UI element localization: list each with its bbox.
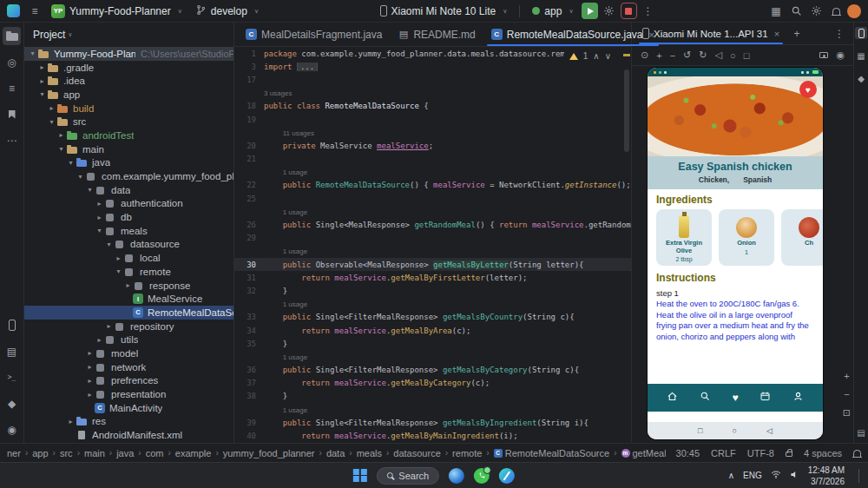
show-desktop-button[interactable] [858,469,859,483]
notifications-icon[interactable] [853,450,861,457]
tree-item-AndroidManifest.xml[interactable]: AndroidManifest.xml [24,428,233,442]
chevron-closed-icon[interactable]: ▸ [85,363,95,371]
scrollbar-thumb[interactable] [624,69,629,152]
chevron-closed-icon[interactable]: ▸ [95,336,104,344]
tree-item-meals[interactable]: ▾meals [24,224,233,238]
tree-item-RemoteMealDataSou[interactable]: CRemoteMealDataSou [24,306,233,320]
tree-item-app[interactable]: ▾app [24,88,233,102]
run-button[interactable] [582,3,598,19]
code-line[interactable]: 29 [234,232,631,245]
wifi-icon[interactable] [771,470,781,481]
chevron-closed-icon[interactable]: ▸ [37,63,47,71]
device-explorer-icon[interactable] [3,316,21,334]
running-devices-icon[interactable] [855,27,867,39]
chevron-closed-icon[interactable]: ▸ [56,131,66,139]
chevron-closed-icon[interactable]: ▸ [95,200,104,208]
notifications-bell-icon[interactable] [827,3,845,20]
more-actions-icon[interactable]: ⋮ [640,3,657,20]
taskbar-clock[interactable]: 12:48 AM 3/7/2026 [808,465,845,487]
recents-nav-icon[interactable]: □ [698,426,702,435]
chevron-closed-icon[interactable]: ▸ [85,377,95,385]
search-nav-icon[interactable] [700,390,711,406]
planner-nav-icon[interactable] [760,390,771,406]
device-tab[interactable]: Xiaomi Mi Note 1...API 31 × [637,23,785,44]
breadcrumb-item-meals[interactable]: meals [357,448,382,458]
code-line[interactable]: 39 public Single<FilterMealResponse> get… [234,416,631,429]
encoding[interactable]: UTF-8 [747,448,774,458]
chevron-open-icon[interactable]: ▾ [28,49,37,57]
tree-item-.gradle[interactable]: ▸.gradle [24,61,233,75]
chevron-closed-icon[interactable]: ▸ [95,214,104,221]
tree-item-local[interactable]: ▸local [24,251,233,265]
chevron-closed-icon[interactable]: ▸ [85,391,95,399]
chevron-closed-icon[interactable]: ▸ [114,254,123,262]
structure-tool-icon[interactable]: ≡ [3,79,21,97]
profile-nav-icon[interactable] [792,390,804,406]
tree-item-MainActivity[interactable]: CMainActivity [24,401,233,415]
lock-icon[interactable] [786,452,792,457]
chevron-open-icon[interactable]: ▾ [76,173,85,181]
chevron-closed-icon[interactable]: ▸ [123,281,133,289]
overview-icon[interactable]: □ [744,50,750,61]
prev-problem-icon[interactable]: ∧ [593,51,599,61]
breadcrumb-item-remote[interactable]: remote [452,448,482,458]
breadcrumb-item-ner[interactable]: ner [7,448,21,458]
code-line[interactable]: 31 return mealService.getMealByFirstLett… [234,271,631,284]
editor-tab-remotemealdatasource[interactable]: C RemoteMealDataSource.java × [483,23,662,46]
tree-item-java[interactable]: ▾java [24,156,233,170]
code-line[interactable]: 19 [234,113,631,126]
zoom-in-icon[interactable]: + [844,371,849,381]
breadcrumb-item-data[interactable]: data [326,448,345,458]
logcat-icon[interactable]: ▤ [3,342,21,360]
tree-item-response[interactable]: ▸response [24,279,233,293]
ingredient-card[interactable]: Ch [781,209,823,266]
project-tool-icon[interactable] [3,27,21,45]
code-line[interactable]: 32 } [234,284,631,297]
breadcrumb-item-main[interactable]: main [84,448,105,458]
tree-item-Yummy-Food-Planner[interactable]: ▾Yummy-Food-PlannerC:\Users\user\StudioP… [24,47,233,61]
volume-up-icon[interactable]: + [656,50,661,61]
tray-chevron-icon[interactable]: ∧ [728,471,734,480]
power-icon[interactable]: ⊙ [641,49,648,61]
inspections-widget[interactable]: 1 ∧ ∨ [563,49,617,63]
editor-tab-readme[interactable]: ▤ README.md [390,23,483,46]
zoom-fit-icon[interactable]: ⊡ [843,407,851,419]
main-menu-icon[interactable]: ≡ [26,3,43,20]
ingredient-card[interactable]: Onion 1 [719,209,774,266]
whatsapp-app-icon[interactable] [474,468,490,484]
tree-item-res[interactable]: ▸res [24,415,233,429]
breadcrumb-item-app[interactable]: app [32,448,48,458]
project-panel-header[interactable]: Project ∨ [24,23,233,47]
volume-icon[interactable] [790,470,799,481]
windows-start-icon[interactable] [353,469,367,483]
code-line[interactable]: 37 return mealService.getMealByCategory(… [234,377,631,390]
tree-item-model[interactable]: ▸model [24,346,233,360]
chevron-closed-icon[interactable]: ▸ [37,77,47,85]
app-inspection-icon[interactable]: ◉ [3,420,21,439]
tree-item-build[interactable]: ▸build [24,102,233,115]
settings-gear-icon[interactable] [601,3,618,20]
code-line[interactable]: 30 public Observable<MealResponse> getMe… [234,258,631,271]
screen-record-icon[interactable]: ◉ [836,49,845,61]
home-nav-icon[interactable] [667,390,678,406]
code-line[interactable]: 20 private MealService mealService; [234,139,631,152]
back-android-icon[interactable]: ◁ [766,426,773,435]
device-manager-icon[interactable]: ▦ [855,49,867,62]
code-line[interactable]: 36 public Single<FilterMealResponse> get… [234,364,631,377]
more-tools-icon[interactable]: ⋯ [3,131,21,149]
code-line[interactable]: 26 public Single<MealResponse> getRandom… [234,218,631,231]
breadcrumb-item-datasource[interactable]: datasource [393,448,440,458]
favorites-nav-icon[interactable]: ♥ [732,392,738,404]
tree-item-authentication[interactable]: ▸authentication [24,197,233,211]
code-line[interactable]: 35 } [234,337,631,350]
code-line[interactable]: 25 [234,192,631,205]
caret-position[interactable]: 30:45 [676,448,700,458]
breadcrumb-item-yummy_food_planner[interactable]: yummy_food_planner [223,448,315,458]
device-selector[interactable]: Xiaomi Mi Note 10 Lite ∨ [375,3,513,19]
code-line[interactable]: 17 [234,73,631,86]
profile-avatar[interactable] [847,4,861,18]
chevron-open-icon[interactable]: ▾ [85,186,95,194]
tree-item-db[interactable]: ▸db [24,210,233,224]
next-problem-icon[interactable]: ∨ [605,51,611,61]
screenshot-icon[interactable] [819,52,828,58]
